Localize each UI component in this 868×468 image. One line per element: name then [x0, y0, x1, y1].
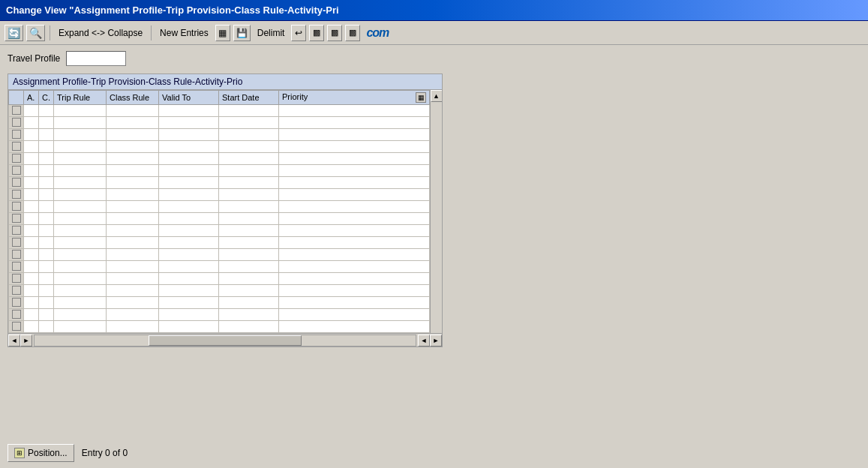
row-selector[interactable] — [9, 273, 24, 285]
cell-class-rule[interactable] — [107, 213, 159, 225]
row-selector[interactable] — [9, 213, 24, 225]
cell-valid-to[interactable] — [159, 261, 219, 273]
scroll-up-button[interactable]: ▲ — [431, 90, 443, 102]
cell-a[interactable] — [24, 225, 39, 237]
cell-valid-to[interactable] — [159, 189, 219, 201]
row-selector[interactable] — [9, 105, 24, 117]
row-selector[interactable] — [9, 189, 24, 201]
cell-priority[interactable] — [279, 189, 430, 201]
cell-priority[interactable] — [279, 285, 430, 297]
cell-a[interactable] — [24, 249, 39, 261]
cell-start-date[interactable] — [219, 129, 279, 141]
cell-valid-to[interactable] — [159, 273, 219, 285]
toolbar-btn-next[interactable]: ▩ — [327, 25, 342, 41]
cell-priority[interactable] — [279, 225, 430, 237]
cell-start-date[interactable] — [219, 117, 279, 129]
col-header-class-rule[interactable]: Class Rule — [107, 91, 159, 105]
cell-a[interactable] — [24, 201, 39, 213]
row-selector[interactable] — [9, 117, 24, 129]
col-header-valid-to[interactable]: Valid To — [159, 91, 219, 105]
cell-priority[interactable] — [279, 129, 430, 141]
cell-class-rule[interactable] — [107, 261, 159, 273]
cell-valid-to[interactable] — [159, 141, 219, 153]
cell-priority[interactable] — [279, 153, 430, 165]
cell-valid-to[interactable] — [159, 117, 219, 129]
cell-start-date[interactable] — [219, 141, 279, 153]
cell-priority[interactable] — [279, 261, 430, 273]
cell-class-rule[interactable] — [107, 189, 159, 201]
cell-a[interactable] — [24, 129, 39, 141]
new-entries-button[interactable]: New Entries — [156, 25, 212, 41]
cell-trip-rule[interactable] — [54, 249, 107, 261]
cell-c[interactable] — [39, 165, 54, 177]
cell-trip-rule[interactable] — [54, 213, 107, 225]
cell-start-date[interactable] — [219, 237, 279, 249]
cell-c[interactable] — [39, 189, 54, 201]
cell-trip-rule[interactable] — [54, 237, 107, 249]
cell-priority[interactable] — [279, 309, 430, 321]
cell-start-date[interactable] — [219, 213, 279, 225]
cell-c[interactable] — [39, 237, 54, 249]
cell-priority[interactable] — [279, 273, 430, 285]
cell-a[interactable] — [24, 165, 39, 177]
cell-priority[interactable] — [279, 213, 430, 225]
cell-c[interactable] — [39, 309, 54, 321]
cell-valid-to[interactable] — [159, 297, 219, 309]
cell-class-rule[interactable] — [107, 105, 159, 117]
cell-priority[interactable] — [279, 201, 430, 213]
cell-valid-to[interactable] — [159, 177, 219, 189]
cell-class-rule[interactable] — [107, 273, 159, 285]
cell-start-date[interactable] — [219, 297, 279, 309]
cell-a[interactable] — [24, 213, 39, 225]
cell-c[interactable] — [39, 117, 54, 129]
cell-class-rule[interactable] — [107, 129, 159, 141]
col-header-c[interactable]: C. — [39, 91, 54, 105]
cell-priority[interactable] — [279, 105, 430, 117]
cell-start-date[interactable] — [219, 285, 279, 297]
cell-valid-to[interactable] — [159, 249, 219, 261]
cell-valid-to[interactable] — [159, 153, 219, 165]
cell-a[interactable] — [24, 141, 39, 153]
cell-c[interactable] — [39, 129, 54, 141]
col-header-trip-rule[interactable]: Trip Rule — [54, 91, 107, 105]
cell-priority[interactable] — [279, 237, 430, 249]
row-selector[interactable] — [9, 237, 24, 249]
cell-c[interactable] — [39, 153, 54, 165]
cell-class-rule[interactable] — [107, 285, 159, 297]
row-selector[interactable] — [9, 261, 24, 273]
toolbar-btn-sync[interactable]: 🔄 — [5, 25, 23, 41]
row-selector[interactable] — [9, 165, 24, 177]
cell-valid-to[interactable] — [159, 225, 219, 237]
toolbar-btn-prev[interactable]: ▩ — [309, 25, 324, 41]
position-button[interactable]: ⊞ Position... — [8, 444, 74, 462]
col-header-priority[interactable]: Priority ▦ — [279, 91, 430, 105]
cell-class-rule[interactable] — [107, 237, 159, 249]
cell-priority[interactable] — [279, 117, 430, 129]
cell-a[interactable] — [24, 321, 39, 333]
cell-trip-rule[interactable] — [54, 177, 107, 189]
col-header-a[interactable]: A. — [24, 91, 39, 105]
row-selector[interactable] — [9, 321, 24, 333]
toolbar-btn-search[interactable]: 🔍 — [26, 25, 45, 41]
row-selector[interactable] — [9, 309, 24, 321]
cell-class-rule[interactable] — [107, 309, 159, 321]
cell-trip-rule[interactable] — [54, 225, 107, 237]
cell-a[interactable] — [24, 189, 39, 201]
vertical-scrollbar[interactable]: ▲ ▼ — [430, 90, 442, 333]
cell-c[interactable] — [39, 105, 54, 117]
cell-start-date[interactable] — [219, 177, 279, 189]
travel-profile-input[interactable] — [66, 51, 126, 66]
cell-trip-rule[interactable] — [54, 309, 107, 321]
cell-trip-rule[interactable] — [54, 105, 107, 117]
cell-a[interactable] — [24, 117, 39, 129]
scroll-right-button[interactable]: ► — [20, 334, 32, 346]
cell-trip-rule[interactable] — [54, 153, 107, 165]
cell-c[interactable] — [39, 177, 54, 189]
expand-collapse-button[interactable]: Expand <-> Collapse — [55, 25, 146, 41]
cell-trip-rule[interactable] — [54, 297, 107, 309]
cell-class-rule[interactable] — [107, 177, 159, 189]
cell-a[interactable] — [24, 297, 39, 309]
cell-trip-rule[interactable] — [54, 141, 107, 153]
cell-start-date[interactable] — [219, 105, 279, 117]
cell-start-date[interactable] — [219, 273, 279, 285]
